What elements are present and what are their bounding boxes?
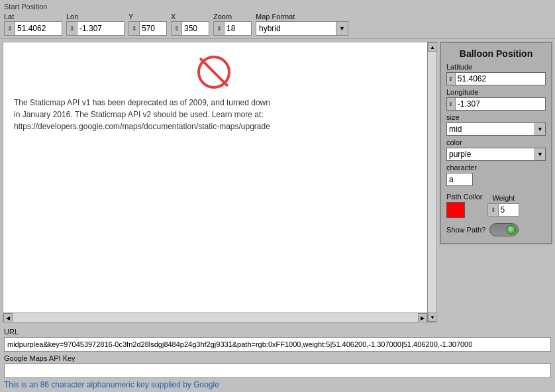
lon-input[interactable]	[77, 22, 124, 35]
url-input[interactable]	[4, 337, 551, 352]
map-format-select[interactable]: roadmap satellite terrain hybrid	[256, 22, 336, 35]
balloon-latitude-input-wrap: ⇕	[446, 72, 546, 85]
balloon-size-select[interactable]: tiny small mid	[447, 123, 534, 135]
section-title: Start Position	[4, 3, 551, 11]
url-label: URL	[4, 328, 551, 336]
balloon-color-label: color	[446, 138, 546, 146]
map-content: The Staticmap API v1 has been deprecated…	[3, 42, 427, 313]
balloon-longitude-input-wrap: ⇕	[446, 97, 546, 111]
x-label: X	[171, 13, 209, 21]
main-container: Start Position Lat ⇕ Lon ⇕ Y	[0, 0, 555, 392]
lon-spinner: ⇕	[66, 21, 125, 36]
balloon-lon-input[interactable]	[456, 98, 545, 110]
map-format-select-wrap: roadmap satellite terrain hybrid ▼	[256, 21, 348, 36]
horizontal-scrollbar[interactable]: ◀ ▶	[3, 313, 427, 322]
path-color-label: Path Collor	[446, 193, 482, 201]
balloon-longitude-label: Longitude	[446, 88, 546, 96]
x-group: X ⇕	[171, 13, 209, 36]
weight-section: Weight ⇕	[487, 194, 519, 217]
zoom-input[interactable]	[225, 22, 251, 35]
balloon-lat-input[interactable]	[456, 73, 545, 85]
x-input[interactable]	[182, 22, 209, 35]
zoom-spinner: ⇕	[213, 21, 252, 36]
vertical-scrollbar[interactable]: ▲ ▼	[427, 42, 436, 322]
map-format-dropdown-btn[interactable]: ▼	[336, 22, 348, 35]
api-key-label: Google Maps API Key	[4, 354, 551, 362]
scroll-left-btn[interactable]: ◀	[3, 313, 13, 322]
balloon-latitude-label: Latitude	[446, 63, 546, 71]
lat-label: Lat	[4, 13, 62, 21]
weight-spin-btn[interactable]: ⇕	[488, 204, 499, 216]
lat-group: Lat ⇕	[4, 13, 62, 36]
y-spinner: ⇕	[128, 21, 167, 36]
balloon-lon-spin-btn[interactable]: ⇕	[447, 98, 456, 110]
balloon-character-label: character	[446, 164, 546, 172]
x-spinner: ⇕	[171, 21, 209, 36]
scroll-right-btn[interactable]: ▶	[418, 313, 427, 322]
map-format-group: Map Format roadmap satellite terrain hyb…	[256, 13, 348, 36]
top-bar: Start Position Lat ⇕ Lon ⇕ Y	[0, 0, 555, 39]
balloon-size-dd-btn[interactable]: ▼	[534, 123, 545, 135]
scroll-up-btn[interactable]: ▲	[428, 42, 437, 52]
content-row: The Staticmap API v1 has been deprecated…	[0, 39, 555, 325]
balloon-color-select[interactable]: black brown green purple yellow blue gra…	[447, 148, 534, 160]
bottom-section: URL Google Maps API Key This is an 86 ch…	[0, 325, 555, 392]
weight-input-wrap: ⇕	[487, 203, 519, 217]
zoom-label: Zoom	[213, 13, 252, 21]
balloon-box: Balloon Position Latitude ⇕ Longitude ⇕ …	[440, 42, 552, 244]
map-area: The Staticmap API v1 has been deprecated…	[3, 42, 437, 322]
balloon-color-select-wrap: black brown green purple yellow blue gra…	[446, 148, 546, 161]
show-path-toggle[interactable]	[489, 223, 519, 236]
map-error-text: The Staticmap API v1 has been deprecated…	[14, 97, 270, 132]
api-key-input[interactable]	[4, 364, 551, 378]
path-row: Path Collor Weight ⇕	[446, 193, 546, 218]
lat-spin-btn[interactable]: ⇕	[5, 22, 15, 35]
right-panel: Balloon Position Latitude ⇕ Longitude ⇕ …	[440, 42, 552, 322]
top-fields-row: Lat ⇕ Lon ⇕ Y ⇕	[4, 13, 551, 36]
y-input[interactable]	[140, 22, 166, 35]
show-path-row: Show Path?	[446, 223, 546, 236]
scroll-v-track[interactable]	[428, 52, 436, 313]
zoom-spin-btn[interactable]: ⇕	[214, 22, 225, 35]
balloon-size-label: size	[446, 113, 546, 121]
scroll-h-track[interactable]	[13, 313, 418, 322]
balloon-title: Balloon Position	[446, 48, 546, 59]
y-label: Y	[128, 13, 167, 21]
lat-spinner: ⇕	[4, 21, 62, 36]
weight-label: Weight	[492, 194, 515, 202]
map-format-label: Map Format	[256, 13, 348, 21]
y-group: Y ⇕	[128, 13, 167, 36]
y-spin-btn[interactable]: ⇕	[129, 22, 140, 35]
lon-spin-btn[interactable]: ⇕	[67, 22, 77, 35]
toggle-dot	[507, 225, 516, 234]
show-path-label: Show Path?	[446, 226, 485, 234]
balloon-color-dd-btn[interactable]: ▼	[534, 148, 545, 160]
zoom-group: Zoom ⇕	[213, 13, 252, 36]
path-color-swatch[interactable]	[446, 202, 465, 218]
balloon-size-select-wrap: tiny small mid ▼	[446, 122, 546, 136]
weight-input[interactable]	[499, 204, 519, 216]
lon-label: Lon	[66, 13, 125, 21]
balloon-lat-spin-btn[interactable]: ⇕	[447, 73, 456, 85]
scroll-down-btn[interactable]: ▼	[428, 313, 437, 322]
no-entry-icon	[197, 56, 230, 89]
lon-group: Lon ⇕	[66, 13, 125, 36]
x-spin-btn[interactable]: ⇕	[172, 22, 182, 35]
api-hint: This is an 86 character alphanumeric key…	[4, 380, 551, 389]
lat-input[interactable]	[15, 22, 62, 35]
balloon-character-input[interactable]	[446, 173, 473, 186]
